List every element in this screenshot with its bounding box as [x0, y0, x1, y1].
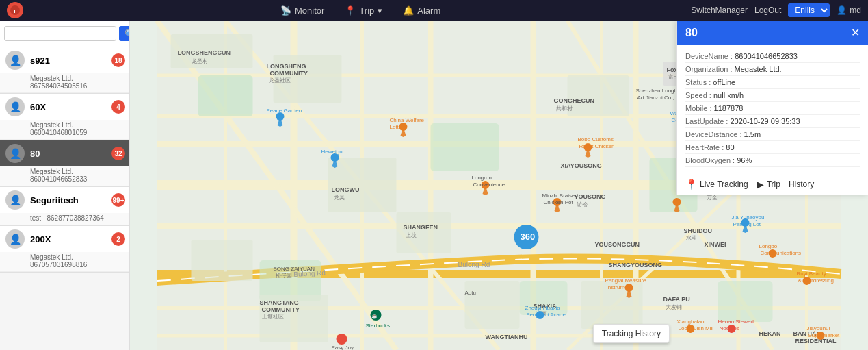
svg-text:Convenience: Convenience — [473, 182, 505, 188]
play-icon: ▶ — [757, 179, 764, 190]
svg-text:SHUIDOU: SHUIDOU — [684, 227, 713, 234]
svg-text:Parking Lot: Parking Lot — [733, 221, 761, 227]
svg-rect-37 — [465, 281, 520, 329]
device-badge: 32 — [111, 147, 125, 160]
svg-text:China Welfare: China Welfare — [390, 117, 425, 123]
live-tracking-button[interactable]: 📍 Live Tracking — [685, 179, 748, 190]
svg-text:Supermarket: Supermarket — [808, 332, 841, 338]
device-item-active[interactable]: 👤 80 32 — [0, 140, 129, 166]
heart-rate-value: 80 — [726, 143, 734, 151]
svg-text:☕: ☕ — [371, 313, 378, 319]
device-sub-info: test 862877038827364 — [0, 213, 129, 225]
svg-text:龙圣村: 龙圣村 — [192, 58, 208, 64]
svg-text:Communications: Communications — [761, 250, 802, 256]
svg-text:WANGTIANHU: WANGTIANHU — [486, 334, 528, 340]
device-badge: 99+ — [111, 193, 125, 207]
svg-text:Pengiai Measure: Pengiai Measure — [605, 277, 647, 284]
search-button[interactable]: 🔍 — [119, 26, 130, 41]
heart-rate-label: HeartRate : — [685, 143, 724, 151]
info-panel-title: 80 — [685, 27, 698, 39]
svg-text:YOUSONG: YOUSONG — [575, 193, 606, 200]
svg-text:Longbo: Longbo — [759, 243, 778, 249]
info-panel-close-button[interactable]: ✕ — [851, 26, 860, 39]
svg-text:上塘社区: 上塘社区 — [262, 314, 284, 320]
tracking-history-button[interactable]: Tracking History — [593, 324, 670, 343]
status-value: offLine — [713, 78, 735, 86]
svg-text:SHANGFEN: SHANGFEN — [404, 224, 438, 231]
device-item[interactable]: 👤 200X 2 — [0, 226, 129, 252]
history-button[interactable]: History — [789, 179, 814, 189]
svg-text:Aotu: Aotu — [465, 290, 476, 296]
org-label: Organization : — [685, 65, 732, 73]
trip-dropdown-icon: ▾ — [378, 5, 382, 16]
svg-point-95 — [673, 198, 681, 206]
nav-monitor[interactable]: 📡 Monitor — [280, 5, 324, 16]
avatar: 👤 — [5, 190, 25, 210]
device-sub-info: Megastek Ltd. 860041046801059 — [0, 120, 129, 140]
svg-text:Roast Chicken: Roast Chicken — [579, 143, 615, 149]
search-input[interactable] — [4, 26, 116, 41]
device-badge: 18 — [111, 53, 125, 67]
info-speed-row: Speed : null km/h — [685, 89, 860, 102]
device-item[interactable]: 👤 s921 18 — [0, 47, 129, 73]
user-icon: 👤 — [837, 5, 847, 15]
svg-text:Henan Stewed: Henan Stewed — [718, 318, 754, 325]
blood-oxygen-label: BloodOxygen : — [685, 156, 735, 164]
svg-text:Minzhi Braised: Minzhi Braised — [542, 192, 578, 199]
switch-manager-button[interactable]: SwitchManager — [691, 5, 748, 15]
avatar: 👤 — [5, 144, 25, 163]
svg-text:Lottery: Lottery — [390, 124, 406, 130]
device-group-200x: 👤 200X 2 Megastek Ltd. 867057031698816 — [0, 226, 129, 273]
language-select[interactable]: Enilis — [788, 3, 830, 17]
device-item[interactable]: 👤 60X 4 — [0, 94, 129, 120]
svg-text:万全: 万全 — [707, 195, 718, 201]
device-badge: 2 — [111, 232, 125, 246]
info-panel-body: DeviceName : 860041046652833 Organizatio… — [677, 45, 868, 173]
avatar: 👤 — [5, 97, 25, 116]
device-list: 👤 s921 18 Megastek Ltd. 867584034505516 … — [0, 47, 129, 350]
info-panel-header: 80 ✕ — [677, 21, 868, 45]
device-info: 60X — [30, 102, 124, 112]
trip-button[interactable]: ▶ Trip — [757, 179, 780, 190]
nav-alarm[interactable]: 🔔 Alarm — [403, 5, 440, 16]
nav-trip[interactable]: 📍 Trip ▾ — [345, 5, 382, 16]
svg-text:水斗: 水斗 — [686, 235, 697, 241]
svg-text:Peace Garden: Peace Garden — [267, 108, 302, 114]
svg-rect-25 — [431, 123, 499, 171]
svg-text:COMMUNITY: COMMUNITY — [262, 306, 300, 313]
device-sub-info: Megastek Ltd. 867057031698816 — [0, 252, 129, 272]
svg-text:大发铺: 大发铺 — [666, 304, 682, 310]
svg-text:DAFA PU: DAFA PU — [663, 296, 690, 303]
search-icon: 🔍 — [124, 29, 130, 39]
monitor-icon: 📡 — [280, 5, 291, 16]
svg-text:Fengshui Acade.: Fengshui Acade. — [527, 312, 568, 318]
device-name: Seguriitech — [30, 195, 124, 205]
svg-text:& Hairdressing: & Hairdressing — [798, 277, 834, 284]
device-info: Seguriitech — [30, 195, 124, 205]
svg-text:Instrument: Instrument — [607, 284, 633, 290]
mobile-label: Mobile : — [685, 104, 712, 112]
device-item[interactable]: 👤 Seguriitech 99+ — [0, 187, 129, 213]
device-name-value: 860041046652833 — [735, 52, 798, 60]
device-sub-info: Megastek Ltd. 860041046652833 — [0, 166, 129, 186]
svg-text:Bulong Rd: Bulong Rd — [458, 261, 490, 268]
svg-text:Chicken Pot: Chicken Pot — [544, 199, 574, 205]
search-bar: 🔍 Advanced — [0, 21, 129, 47]
mobile-value: 1187878 — [714, 104, 744, 112]
svg-text:Zhouyi Huaxia: Zhouyi Huaxia — [525, 305, 561, 311]
avatar: 👤 — [5, 229, 25, 249]
svg-text:XINWEI: XINWEI — [705, 241, 726, 248]
svg-text:龙圣社区: 龙圣社区 — [269, 77, 291, 84]
history-label: History — [789, 179, 814, 189]
svg-text:YOUSONGCUN: YOUSONGCUN — [595, 241, 640, 248]
device-info: 200X — [30, 234, 124, 245]
svg-text:XIAYOUSONG: XIAYOUSONG — [561, 162, 602, 169]
svg-rect-33 — [397, 212, 451, 253]
device-name-label: DeviceName : — [685, 52, 733, 60]
trip-label: Trip — [767, 179, 780, 189]
logout-button[interactable]: LogOut — [754, 5, 781, 15]
org-value: Megastek Ltd. — [735, 65, 782, 73]
svg-text:松仔园: 松仔园 — [276, 273, 292, 279]
alarm-icon: 🔔 — [403, 5, 414, 16]
svg-rect-40 — [192, 240, 253, 281]
